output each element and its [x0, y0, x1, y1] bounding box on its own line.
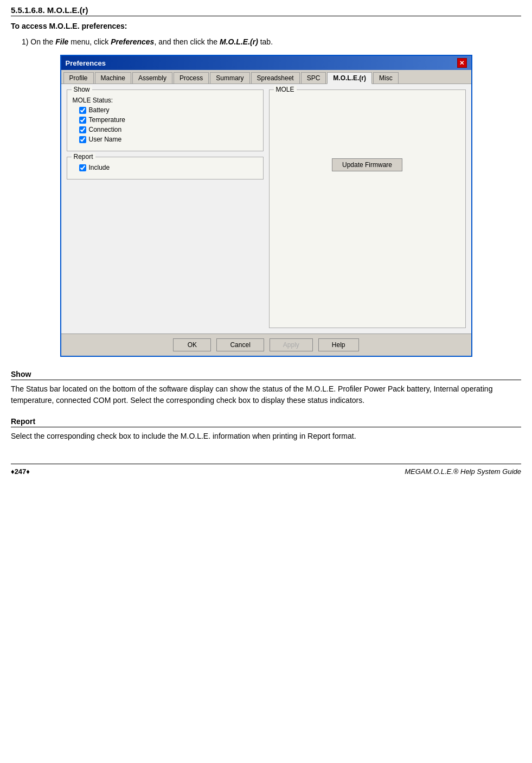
report-group-content: Include — [73, 164, 258, 171]
show-heading: Show — [11, 370, 521, 380]
ok-button[interactable]: OK — [173, 338, 211, 351]
dialog-footer: OK Cancel Apply Help — [61, 334, 471, 356]
tab-machine[interactable]: Machine — [95, 72, 131, 84]
tab-word: M.O.L.E.(r) — [220, 37, 258, 46]
intro-part3: , and then click the — [154, 37, 220, 46]
footer-page-number: ♦247♦ — [11, 467, 30, 476]
tab-spc[interactable]: SPC — [301, 72, 326, 84]
intro-part2: menu, click — [68, 37, 111, 46]
show-section: Show The Status bar located on the botto… — [11, 370, 521, 406]
page-footer: ♦247♦ MEGAM.O.L.E.® Help System Guide — [11, 464, 521, 476]
tab-spreadsheet[interactable]: Spreadsheet — [251, 72, 300, 84]
report-group-title: Report — [72, 153, 95, 161]
show-group-title: Show — [72, 86, 92, 93]
dialog-title: Preferences — [66, 59, 106, 67]
intro-part4: tab. — [258, 37, 273, 46]
connection-checkbox-item: Connection — [79, 126, 258, 133]
intro-paragraph: 1) On the File menu, click Preferences, … — [22, 37, 521, 46]
battery-label: Battery — [89, 106, 110, 114]
show-text: The Status bar located on the bottom of … — [11, 383, 521, 406]
include-checkbox[interactable] — [79, 164, 86, 171]
intro-part1: 1) On the — [22, 37, 55, 46]
show-group: Show MOLE Status: Battery Temperature — [67, 89, 264, 151]
include-checkbox-item: Include — [79, 164, 258, 171]
access-heading: To access M.O.L.E. preferences: — [11, 21, 521, 32]
dialog-right-panel: MOLE Update Firmware — [269, 89, 466, 328]
report-group: Report Include — [67, 157, 264, 179]
battery-checkbox[interactable] — [79, 107, 86, 114]
update-firmware-button[interactable]: Update Firmware — [332, 158, 402, 171]
temperature-checkbox[interactable] — [79, 117, 86, 124]
username-checkbox[interactable] — [79, 136, 86, 143]
report-section: Report Select the corresponding check bo… — [11, 417, 521, 442]
report-heading: Report — [11, 417, 521, 427]
username-checkbox-item: User Name — [79, 136, 258, 143]
footer-guide-title: MEGAM.O.L.E.® Help System Guide — [405, 467, 521, 476]
report-text: Select the corresponding check box to in… — [11, 431, 521, 442]
dialog-body: Show MOLE Status: Battery Temperature — [61, 84, 471, 334]
dialog-left-panel: Show MOLE Status: Battery Temperature — [67, 89, 264, 328]
mole-group: MOLE Update Firmware — [269, 89, 466, 328]
dialog-window: Preferences ✕ Profile Machine Assembly P… — [60, 55, 472, 357]
tab-mole[interactable]: M.O.L.E.(r) — [327, 72, 372, 84]
mole-status-label: MOLE Status: — [73, 97, 258, 104]
connection-label: Connection — [89, 126, 122, 133]
dialog-close-button[interactable]: ✕ — [457, 58, 467, 68]
preferences-word: Preferences — [111, 37, 154, 46]
show-group-content: MOLE Status: Battery Temperature — [73, 97, 258, 143]
tab-process[interactable]: Process — [174, 72, 209, 84]
dialog-titlebar: Preferences ✕ — [61, 56, 471, 70]
battery-checkbox-item: Battery — [79, 106, 258, 114]
include-label: Include — [89, 164, 110, 171]
tab-summary[interactable]: Summary — [210, 72, 249, 84]
preferences-dialog: Preferences ✕ Profile Machine Assembly P… — [60, 55, 472, 357]
temperature-checkbox-item: Temperature — [79, 116, 258, 124]
cancel-button[interactable]: Cancel — [216, 338, 264, 351]
help-button[interactable]: Help — [318, 338, 359, 351]
file-word: File — [55, 37, 68, 46]
tab-misc[interactable]: Misc — [373, 72, 399, 84]
section-title: 5.5.1.6.8. M.O.L.E.(r) — [11, 5, 521, 16]
dialog-tabs: Profile Machine Assembly Process Summary… — [61, 70, 471, 84]
username-label: User Name — [89, 136, 122, 143]
apply-button[interactable]: Apply — [270, 338, 313, 351]
tab-assembly[interactable]: Assembly — [132, 72, 172, 84]
temperature-label: Temperature — [89, 116, 125, 124]
tab-profile[interactable]: Profile — [63, 72, 94, 84]
mole-group-title: MOLE — [274, 86, 297, 93]
connection-checkbox[interactable] — [79, 126, 86, 133]
